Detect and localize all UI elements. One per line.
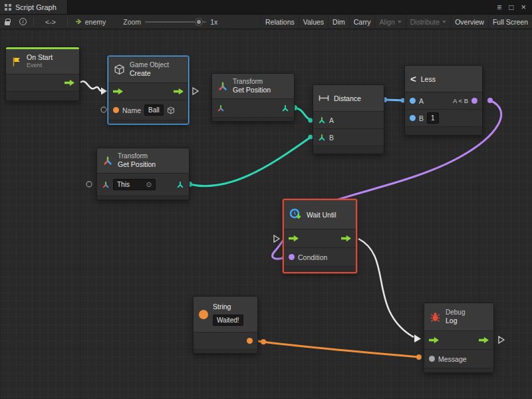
result-output-port[interactable] [471,98,477,104]
zoom-value: 1x [210,18,217,26]
wire-onstart-create[interactable] [80,81,102,91]
menu-icon[interactable]: ≡ [497,3,501,11]
node-header[interactable]: Distance [313,85,384,112]
node-wait-until[interactable]: Wait Until Condition [283,199,357,273]
node-title: String [213,303,243,312]
script-graph-icon [4,3,12,11]
vector-output-port[interactable] [176,181,184,189]
info-button[interactable]: i [15,15,31,29]
node-header[interactable]: Wait Until [284,200,356,229]
vector-input-port-b[interactable] [318,134,326,142]
vector-input-port-a[interactable] [318,116,326,124]
maximize-icon[interactable]: □ [509,3,513,11]
close-icon[interactable]: × [521,3,526,11]
titlebar: Script Graph ≡ □ × [0,0,532,15]
wire-waituntil-log[interactable] [358,239,414,337]
transform-axis-icon [102,156,113,166]
tab-script-graph[interactable]: Script Graph [0,0,68,14]
node-create[interactable]: Game Object Create Name Ball [108,56,189,124]
node-debug-log[interactable]: Debug Log Message [424,303,494,373]
values-button[interactable]: Values [299,15,328,29]
node-header[interactable]: String Waited! [194,297,257,332]
vector-output-port[interactable] [281,104,289,112]
node-distance[interactable]: Distance A B [313,84,384,154]
input-b-label: B [329,134,334,142]
info-icon: i [19,18,27,25]
node-footer [405,127,482,135]
lock-button[interactable] [0,15,15,29]
condition-input-port[interactable] [289,254,295,260]
node-get-position-a[interactable]: Transform Get Position [211,73,295,122]
wire-getposition-distance-a[interactable] [295,108,310,120]
node-string[interactable]: String Waited! [193,296,258,354]
wire-distance-less[interactable] [384,100,402,100]
node-footer [97,196,189,200]
toolbar-buttons: Relations Values Dim Carry Align Distrib… [261,15,532,29]
node-header[interactable]: On Start Event [6,49,79,74]
control-input-port[interactable] [429,336,439,344]
transform-input-icon[interactable] [217,104,225,112]
fit-button[interactable]: <-> [36,15,65,29]
b-value-field[interactable]: 1 [427,112,439,124]
control-input-port[interactable] [289,235,299,242]
string-value-field[interactable]: Waited! [213,315,243,326]
name-input-port[interactable] [113,107,119,113]
control-output-port[interactable] [65,79,74,86]
toolbar: i <-> enemy Zoom 1x Relations Values Dim… [0,15,532,29]
node-get-position-b[interactable]: Transform Get Position This ⊙ [96,148,190,200]
input-b-port[interactable] [410,115,416,121]
graph-canvas[interactable]: On Start Event Game Object Create Name [0,29,532,399]
control-output-port[interactable] [341,235,351,242]
unconnected-port-triangle [274,235,279,242]
bug-icon [430,311,441,323]
node-title: Less [421,75,436,83]
node-subtitle: Event [27,62,53,70]
input-a-port[interactable] [410,98,416,104]
message-label: Message [438,355,467,363]
node-header[interactable]: Debug Log [424,303,493,331]
lock-icon [5,21,10,25]
distribute-button[interactable]: Distribute [406,15,450,29]
zoom-label: Zoom [123,18,141,26]
node-header[interactable]: Transform Get Position [212,74,294,99]
transform-input-icon[interactable] [102,181,110,189]
zoom-slider[interactable] [145,17,206,27]
output-label: A < B [453,97,468,104]
graph-reference[interactable]: enemy [70,15,112,29]
gameobject-icon [167,106,175,114]
node-footer [6,92,79,100]
node-title: Create [130,69,169,78]
carry-button[interactable]: Carry [349,15,375,29]
transform-axis-icon [217,81,228,92]
string-output-port[interactable] [247,338,253,344]
node-header[interactable]: < Less [405,66,482,92]
wire-getposition-distance-b[interactable] [190,138,310,186]
node-on-start[interactable]: On Start Event [5,47,80,101]
node-title: Distance [334,94,361,102]
zoom-control: Zoom 1x [123,17,217,27]
dim-button[interactable]: Dim [328,15,349,29]
fullscreen-button[interactable]: Full Screen [488,15,532,29]
target-field[interactable]: This ⊙ [113,179,156,190]
node-footer [424,368,493,372]
object-picker-icon[interactable]: ⊙ [146,180,152,189]
align-button[interactable]: Align [374,15,405,29]
relations-button[interactable]: Relations [261,15,299,29]
control-output-port[interactable] [174,88,184,95]
string-icon [199,310,208,319]
node-category: Transform [118,152,156,160]
control-output-port[interactable] [479,336,489,344]
wire-string-log[interactable] [258,341,420,357]
zoom-slider-knob[interactable] [196,19,202,25]
name-field[interactable]: Ball [144,104,164,116]
message-input-port[interactable] [429,356,435,362]
control-input-port[interactable] [113,88,123,95]
node-header[interactable]: Transform Get Position [97,148,189,174]
node-header[interactable]: Game Object Create [108,57,188,83]
node-less[interactable]: < Less A A < B B 1 [404,65,483,136]
node-footer [212,118,294,121]
toolbar-separator [67,17,68,27]
wait-clock-icon [289,208,302,221]
cube-icon [114,64,125,75]
overview-button[interactable]: Overview [450,15,488,29]
